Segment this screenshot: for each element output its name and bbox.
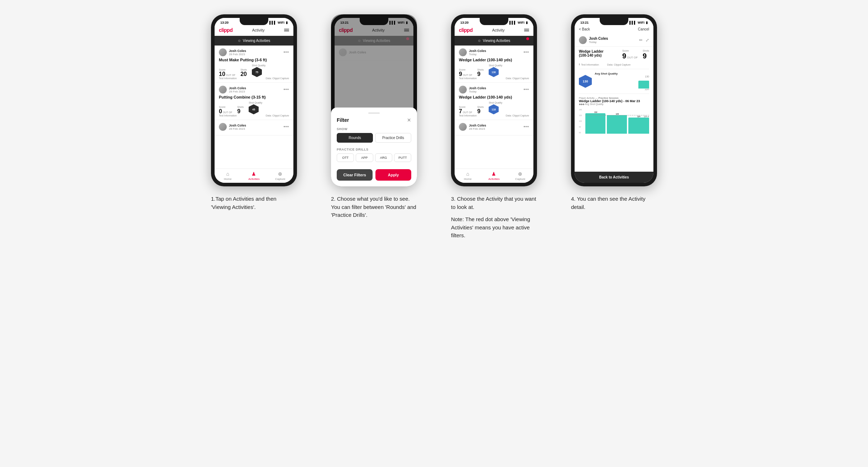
avg-quality-section-4: 130 Avg Shot Quality 130 bbox=[579, 72, 649, 91]
card-header-1-1: Josh Coles 28 Feb 2023 ••• bbox=[219, 48, 289, 56]
nav-capture-3[interactable]: ⊕ Capture bbox=[507, 169, 533, 183]
hamburger-menu-3[interactable] bbox=[524, 29, 529, 32]
step-2-description: 2. Choose what you'd like to see. You ca… bbox=[331, 195, 417, 219]
card-footer-3-2: Test Information Data: Clippd Capture bbox=[459, 114, 529, 117]
score-block-3-2: Score 7 OUT OF bbox=[459, 106, 472, 114]
score-value-3-2: 7 bbox=[459, 109, 462, 114]
detail-user-date-4: Today bbox=[589, 40, 608, 44]
dots-menu-3-1[interactable]: ••• bbox=[523, 50, 529, 55]
activity-card-1-3: Josh Coles 28 Feb 2023 ••• bbox=[215, 120, 293, 135]
filter-handle bbox=[368, 113, 380, 114]
score-value-row-1-2: 0 OUT OF bbox=[219, 109, 232, 114]
practice-session-pre-4: Player Activity — Practice Session bbox=[579, 97, 649, 99]
signal-icon-3: ▌▌▌ bbox=[509, 21, 516, 24]
data-source-1-2: Data: Clippd Capture bbox=[266, 114, 289, 117]
avg-sq-chart-label-4: ◆◆◆ Avg Shot Quality bbox=[579, 103, 649, 106]
y-axis-labels-4: 140 120 100 80 60 bbox=[579, 109, 582, 134]
avg-sq-hex-4: 130 bbox=[579, 75, 592, 88]
detail-shots-label-4: Shots bbox=[643, 49, 649, 52]
cancel-button-4[interactable]: Cancel bbox=[638, 27, 649, 31]
nav-activities-3[interactable]: ♟ Activities bbox=[481, 169, 507, 183]
clear-filters-button[interactable]: Clear Filters bbox=[337, 169, 373, 181]
practice-drills-filter-btn[interactable]: Practice Drills bbox=[375, 133, 411, 143]
viewing-banner-1[interactable]: ⚙ Viewing Activities bbox=[215, 36, 293, 46]
score-block-3-1: Score 9 OUT OF bbox=[459, 68, 472, 77]
viewing-banner-3[interactable]: ⚙ Viewing Activities bbox=[455, 36, 533, 46]
filter-close-button[interactable]: ✕ bbox=[407, 117, 411, 123]
user-name-3-2: Josh Coles bbox=[469, 86, 486, 90]
activity-card-3-1[interactable]: Josh Coles Today ••• Wedge Ladder (100-1… bbox=[455, 46, 533, 83]
back-to-activities-button-4[interactable]: Back to Activities bbox=[575, 172, 653, 183]
rounds-filter-btn[interactable]: Rounds bbox=[337, 133, 373, 143]
activity-card-3-3: Josh Coles 28 Feb 2023 ••• bbox=[455, 120, 533, 135]
score-value-3-1: 9 bbox=[459, 71, 462, 77]
data-source-text-4: Data: Clippd Capture bbox=[607, 63, 630, 66]
nav-home-1[interactable]: ⌂ Home bbox=[215, 169, 241, 183]
activity-card-3-2[interactable]: Josh Coles Today ••• Wedge Ladder (100-1… bbox=[455, 83, 533, 120]
shots-value-3-2: 9 bbox=[477, 109, 484, 114]
dots-menu-3-2[interactable]: ••• bbox=[523, 87, 529, 92]
shots-block-3-1: Shots 9 bbox=[477, 68, 484, 77]
outof-1-1: OUT OF bbox=[226, 74, 235, 76]
phone-inner-3: 13:20 ▌▌▌ WiFi ▮ clippd Activity bbox=[455, 18, 533, 183]
score-value-1-1: 10 bbox=[219, 71, 225, 77]
arg-drill-btn[interactable]: ARG bbox=[375, 153, 392, 162]
test-info-3-1: Test Information bbox=[459, 77, 477, 80]
putt-drill-btn[interactable]: PUTT bbox=[394, 153, 411, 162]
app-drill-btn[interactable]: APP bbox=[356, 153, 373, 162]
detail-activity-name-4: Wedge Ladder(100-140 yds) bbox=[579, 49, 604, 57]
divider-4-1 bbox=[579, 69, 649, 69]
sq-label-3-1: Shot Quality bbox=[489, 64, 502, 67]
activity-card-1-2[interactable]: Josh Coles 28 Feb 2023 ••• Putting Combi… bbox=[215, 83, 293, 120]
dots-menu-3-3: ••• bbox=[523, 124, 529, 129]
hamburger-menu-1[interactable] bbox=[284, 29, 289, 32]
shots-value-1-2: 9 bbox=[237, 109, 244, 114]
score-value-row-1-1: 10 OUT OF bbox=[219, 71, 235, 77]
dots-menu-1-2[interactable]: ••• bbox=[283, 87, 289, 92]
user-details-3-3: Josh Coles 28 Feb 2023 bbox=[469, 124, 486, 130]
chart-app-label-4: APP bbox=[645, 89, 649, 91]
avatar-1-1 bbox=[219, 48, 227, 56]
detail-user-info-4: Josh Coles Today bbox=[579, 36, 608, 44]
user-date-1-1: 28 Feb 2023 bbox=[229, 53, 246, 56]
user-date-3-1: Today bbox=[469, 53, 486, 56]
expand-icon-4[interactable]: ⤢ bbox=[646, 38, 649, 43]
wedge-ladder-title: Wedge Ladder(100-140 yds) bbox=[579, 49, 604, 57]
step-2-column: 13:21 ▌▌▌ WiFi ▮ clippd Activity bbox=[321, 14, 427, 240]
detail-user-name-4: Josh Coles bbox=[589, 37, 608, 40]
user-name-3-3: Josh Coles bbox=[469, 124, 486, 127]
signal-icon: ▌▌▌ bbox=[269, 21, 276, 24]
nav-home-3[interactable]: ⌂ Home bbox=[455, 169, 481, 183]
user-name-1-2: Josh Coles bbox=[229, 86, 246, 90]
score-label-1-2: Score bbox=[219, 106, 232, 108]
avatar-1-3 bbox=[219, 123, 227, 131]
mini-bar-area-4 bbox=[638, 78, 649, 89]
stats-row-1-2: Score 0 OUT OF Shots 9 bbox=[219, 101, 289, 114]
activity-card-1-1[interactable]: Josh Coles 28 Feb 2023 ••• Must Make Put… bbox=[215, 46, 293, 83]
status-time-1: 13:20 bbox=[220, 21, 229, 24]
edit-icon-4[interactable]: ✏ bbox=[639, 38, 643, 43]
back-button-4[interactable]: < Back bbox=[579, 27, 590, 31]
step-4-column: 13:21 ▌▌▌ WiFi ▮ < Back Cancel bbox=[561, 14, 667, 240]
ott-drill-btn[interactable]: OTT bbox=[337, 153, 354, 162]
status-time-4: 13:21 bbox=[580, 21, 589, 24]
phone-notch-4 bbox=[600, 18, 628, 25]
chart-section-4: 140 120 100 80 60 132 bbox=[579, 109, 649, 134]
nav-activities-1[interactable]: ♟ Activities bbox=[241, 169, 267, 183]
nav-capture-1[interactable]: ⊕ Capture bbox=[267, 169, 293, 183]
sq-label-1-2: Shot Quality bbox=[249, 101, 262, 104]
detail-user-details-4: Josh Coles Today bbox=[589, 37, 608, 44]
dots-menu-1-1[interactable]: ••• bbox=[283, 50, 289, 55]
shots-label-3-1: Shots bbox=[477, 68, 484, 71]
card-footer-3-1: Test Information Data: Clippd Capture bbox=[459, 77, 529, 80]
status-icons-4: ▌▌▌ WiFi ▮ bbox=[629, 21, 648, 24]
apply-filter-button[interactable]: Apply bbox=[375, 169, 411, 181]
sq-value-1-1: 75 bbox=[255, 71, 258, 73]
score-block-1-2: Score 0 OUT OF bbox=[219, 106, 232, 114]
user-info-3-1: Josh Coles Today bbox=[459, 48, 486, 56]
test-info-text-4: Test Information bbox=[581, 63, 599, 66]
sq-badge-3-2: 118 bbox=[489, 104, 499, 114]
user-info-1-2: Josh Coles 28 Feb 2023 bbox=[219, 86, 246, 94]
sq-block-3-1: Shot Quality 130 bbox=[489, 64, 502, 77]
shots-block-1-1: Shots 20 bbox=[240, 68, 247, 77]
